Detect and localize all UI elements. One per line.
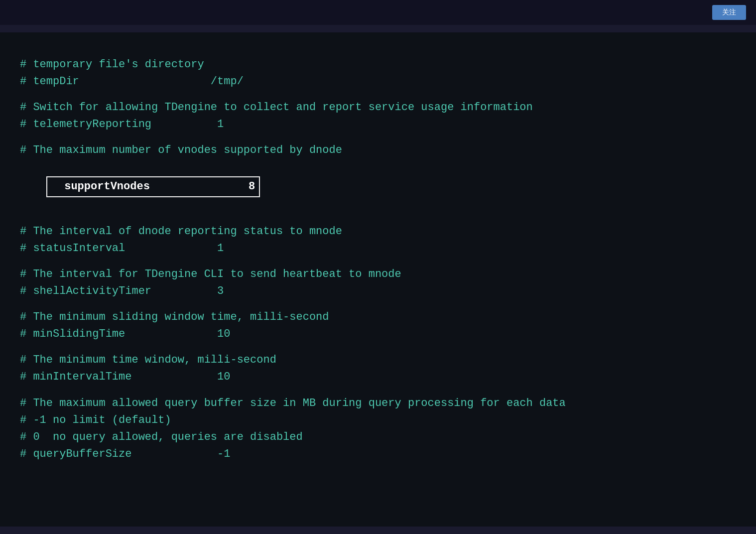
code-line-interval-1: # The minimum time window, milli-second xyxy=(20,352,736,369)
section-gap-6 xyxy=(20,343,736,352)
code-line-query-4: # queryBufferSize -1 xyxy=(20,446,736,463)
code-line-query-3: # 0 no query allowed, queries are disabl… xyxy=(20,429,736,446)
code-line-status-2: # statusInterval 1 xyxy=(20,240,736,257)
code-editor: # temporary file's directory # tempDir /… xyxy=(0,32,756,527)
code-line-shell-1: # The interval for TDengine CLI to send … xyxy=(20,266,736,283)
highlighted-support-vnodes: supportVnodes 8 xyxy=(46,176,260,197)
section-gap-2 xyxy=(20,133,736,142)
code-line-temp-2: # tempDir /tmp/ xyxy=(20,73,736,90)
section-gap-3 xyxy=(20,214,736,223)
code-line-interval-2: # minIntervalTime 10 xyxy=(20,369,736,386)
code-line-temp-1: # temporary file's directory xyxy=(20,56,736,73)
code-line-shell-2: # shellActivityTimer 3 xyxy=(20,283,736,300)
section-gap-4 xyxy=(20,257,736,266)
section-gap-1 xyxy=(20,90,736,99)
code-line-sliding-1: # The minimum sliding window time, milli… xyxy=(20,309,736,326)
code-line-sliding-2: # minSlidingTime 10 xyxy=(20,326,736,343)
follow-button[interactable]: 关注 xyxy=(712,5,746,20)
top-bar: 关注 xyxy=(0,0,756,25)
code-line-status-1: # The interval of dnode reporting status… xyxy=(20,223,736,240)
code-line-vnodes-value: supportVnodes 8 xyxy=(20,159,736,214)
code-line-query-1: # The maximum allowed query buffer size … xyxy=(20,395,736,412)
section-gap-7 xyxy=(20,386,736,395)
code-line-query-2: # -1 no limit (default) xyxy=(20,412,736,429)
code-line-telemetry-1: # Switch for allowing TDengine to collec… xyxy=(20,99,736,116)
section-gap-0 xyxy=(20,47,736,56)
code-line-telemetry-2: # telemetryReporting 1 xyxy=(20,116,736,133)
section-gap-5 xyxy=(20,300,736,309)
code-line-vnodes-comment: # The maximum number of vnodes supported… xyxy=(20,142,736,159)
